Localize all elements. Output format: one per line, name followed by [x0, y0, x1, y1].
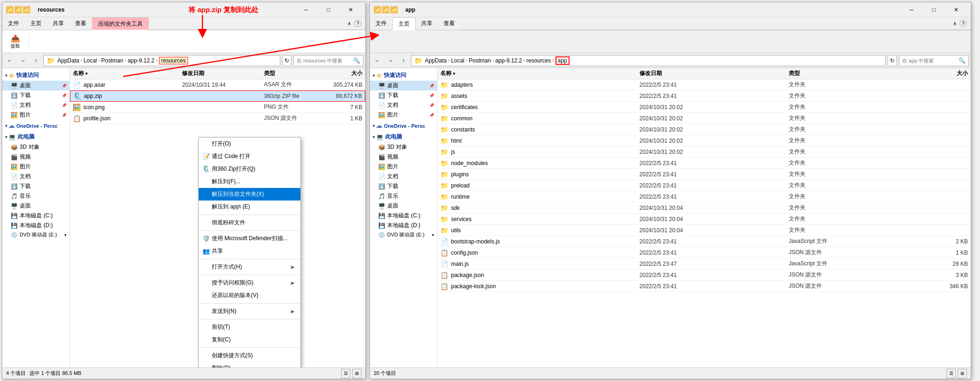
right-file-row-constants[interactable]: 📁constants 2024/10/31 20:02 文件夹	[438, 124, 971, 135]
left-path-postman[interactable]: Postman	[101, 57, 123, 64]
ctx-cut[interactable]: 剪切(T)	[199, 321, 300, 333]
right-onedrive-header[interactable]: ▾ ☁ OneDrive - Persc	[370, 121, 437, 131]
left-sidebar-desktop2[interactable]: 🖥️桌面	[2, 201, 70, 211]
right-sidebar-docs2[interactable]: 📄文档	[370, 172, 437, 181]
ctx-shred[interactable]: 彻底粉碎文件	[199, 216, 300, 229]
right-search-input[interactable]	[902, 58, 959, 63]
left-tab-file[interactable]: 文件	[2, 17, 25, 30]
right-sidebar-diskc[interactable]: 💾本地磁盘 (C:)	[370, 211, 437, 221]
left-sidebar-video[interactable]: 🎬视频	[2, 152, 70, 162]
left-search-input[interactable]	[297, 58, 353, 63]
right-file-row-bootstrap[interactable]: 📄bootstrap-models.js 2022/2/5 23:41 Java…	[438, 236, 971, 247]
left-col-type-header[interactable]: 类型	[264, 69, 319, 77]
right-file-row-html[interactable]: 📁html 2024/10/31 20:02 文件夹	[438, 135, 971, 146]
left-sidebar-dvd[interactable]: 💿DVD 驱动器 (E:)▾	[2, 230, 70, 239]
left-onedrive-header[interactable]: ▾ ☁ OneDrive - Persc	[2, 121, 70, 131]
right-col-date-header[interactable]: 修改日期	[639, 69, 789, 77]
right-col-size-header[interactable]: 大小	[888, 69, 968, 77]
ctx-open-with[interactable]: 打开方式(H)▶	[199, 261, 300, 273]
left-sidebar-item-downloads[interactable]: ⬇️ 下载 📌	[2, 90, 70, 100]
right-file-row-utils[interactable]: 📁utils 2024/10/31 20:04 文件夹	[438, 225, 971, 236]
left-sidebar-pictures2[interactable]: 🖼️图片	[2, 162, 70, 172]
right-search-box[interactable]: 🔍	[899, 55, 969, 66]
left-address-box[interactable]: 📁 AppData › Local › Postman › app-9.12.2…	[43, 55, 280, 66]
right-minimize-button[interactable]: ─	[901, 3, 922, 17]
right-tab-file[interactable]: 文件	[370, 17, 392, 30]
right-file-row-preload[interactable]: 📁preload 2022/2/5 23:41 文件夹	[438, 180, 971, 191]
right-file-row-adapters[interactable]: 📁adapters 2022/2/5 23:41 文件夹	[438, 79, 971, 90]
right-sidebar-diskd[interactable]: 💾本地磁盘 (D:)	[370, 221, 437, 230]
left-sidebar-item-documents[interactable]: 📄 文档 📌	[2, 100, 70, 110]
right-file-row-packagejson[interactable]: 📋package.json 2022/2/5 23:41 JSON 源文件 3 …	[438, 270, 971, 281]
right-sidebar-item-pictures[interactable]: 🖼️ 图片 📌	[370, 110, 437, 120]
right-sidebar-desktop2[interactable]: 🖥️桌面	[370, 201, 437, 211]
right-file-row-certificates[interactable]: 📁certificates 2024/10/31 20:02 文件夹	[438, 102, 971, 113]
right-file-row-assets[interactable]: 📁assets 2022/2/5 23:41 文件夹	[438, 90, 971, 102]
left-search-box[interactable]: 🔍	[293, 55, 363, 66]
left-sidebar-item-pictures[interactable]: 🖼️ 图片 📌	[2, 110, 70, 120]
right-sidebar-3d[interactable]: 📦3D 对象	[370, 142, 437, 152]
left-view-btn-list[interactable]: ☰	[341, 369, 350, 378]
right-sidebar-quick-access-header[interactable]: ▾ ★ 快速访问	[370, 70, 437, 81]
left-sidebar-dl2[interactable]: ⬇️下载	[2, 181, 70, 191]
left-back-button[interactable]: ←	[4, 55, 15, 66]
right-tab-home[interactable]: 主页	[392, 17, 416, 30]
left-ribbon-expand[interactable]: ∧	[348, 21, 351, 27]
right-view-btn-list[interactable]: ☰	[946, 369, 956, 378]
left-path-local[interactable]: Local	[83, 57, 97, 64]
right-file-row-runtime[interactable]: 📁runtime 2022/2/5 23:41 文件夹	[438, 191, 971, 202]
right-address-box[interactable]: 📁 AppData › Local › Postman › app-9.12.2…	[411, 55, 886, 66]
left-col-date-header[interactable]: 修改日期	[182, 69, 264, 77]
right-sidebar-item-documents[interactable]: 📄 文档 📌	[370, 100, 437, 110]
right-file-row-services[interactable]: 📁services 2024/10/31 20:04 文件夹	[438, 214, 971, 225]
left-file-row-appzip[interactable]: 🗜️app.zip 360zip ZIP file 88,672 KB	[70, 90, 365, 102]
left-path-resources[interactable]: resources	[159, 57, 188, 64]
right-maximize-button[interactable]: □	[923, 3, 945, 17]
right-ribbon-expand[interactable]: ∧	[953, 21, 957, 27]
right-sidebar-dvd[interactable]: 💿DVD 驱动器 (E:)▾	[370, 230, 437, 239]
left-sidebar-diskd[interactable]: 💾本地磁盘 (D:)	[2, 221, 70, 230]
right-sidebar-item-desktop[interactable]: 🖥️ 桌面 📌	[370, 81, 437, 90]
left-close-button[interactable]: ✕	[340, 3, 361, 17]
left-path-version[interactable]: app-9.12.2	[128, 57, 154, 64]
right-file-row-node-modules[interactable]: 📁node_modules 2022/2/5 23:41 文件夹	[438, 158, 971, 169]
right-path-postman[interactable]: Postman	[469, 57, 491, 64]
left-tab-zip[interactable]: 压缩的文件夹工具	[92, 17, 149, 30]
right-close-button[interactable]: ✕	[945, 3, 967, 17]
ctx-360zip[interactable]: 🗜️用360 Zip打开(Q)	[199, 163, 300, 175]
left-tab-share[interactable]: 共享	[47, 17, 70, 30]
right-up-button[interactable]: ↑	[398, 55, 409, 66]
right-file-row-mainjs[interactable]: 📄main.js 2022/2/5 23:47 JavaScript 文件 28…	[438, 258, 971, 270]
ctx-open[interactable]: 打开(O)	[199, 138, 300, 150]
left-up-button[interactable]: ↑	[30, 55, 42, 66]
left-ribbon-help[interactable]: ?	[354, 20, 361, 27]
right-path-resources[interactable]: resources	[527, 57, 551, 64]
ctx-create-shortcut[interactable]: 创建快捷方式(S)	[199, 349, 300, 362]
ctx-defender[interactable]: 🛡️使用 Microsoft Defender扫描...	[199, 232, 300, 245]
right-path-version[interactable]: app-9.12.2	[495, 57, 522, 64]
left-sidebar-music[interactable]: 🎵音乐	[2, 191, 70, 201]
left-col-size-header[interactable]: 大小	[319, 69, 362, 77]
right-path-app[interactable]: app	[556, 56, 570, 65]
left-refresh-button[interactable]: ↻	[282, 55, 292, 66]
right-sidebar-item-downloads[interactable]: ⬇️ 下载 📌	[370, 90, 437, 100]
left-view-btn-grid[interactable]: ⊞	[352, 369, 361, 378]
left-thispc-header[interactable]: ▾ 💻 此电脑	[2, 132, 70, 142]
ctx-share[interactable]: 👥共享	[199, 245, 300, 257]
ctx-extract-to[interactable]: 解压到(F)...	[199, 175, 300, 188]
left-tab-home[interactable]: 主页	[25, 17, 47, 30]
right-tab-view[interactable]: 查看	[438, 17, 460, 30]
right-forward-button[interactable]: →	[385, 55, 396, 66]
left-forward-button[interactable]: →	[17, 55, 28, 66]
left-file-row-iconpng[interactable]: 🖼️icon.png PNG 文件 7 KB	[70, 102, 365, 113]
right-sidebar-music[interactable]: 🎵音乐	[370, 191, 437, 201]
right-sidebar-dl2[interactable]: ⬇️下载	[370, 181, 437, 191]
right-back-button[interactable]: ←	[372, 55, 383, 66]
left-sidebar-3d[interactable]: 📦3D 对象	[2, 142, 70, 152]
right-path-appdata[interactable]: AppData	[425, 57, 447, 64]
right-file-row-plugins[interactable]: 📁plugins 2022/2/5 23:41 文件夹	[438, 169, 971, 180]
right-col-name-header[interactable]: 名称 ▾	[440, 69, 639, 77]
left-maximize-button[interactable]: □	[318, 3, 339, 17]
ctx-code[interactable]: 📝通过 Code 打开	[199, 150, 300, 163]
right-path-local[interactable]: Local	[451, 57, 465, 64]
